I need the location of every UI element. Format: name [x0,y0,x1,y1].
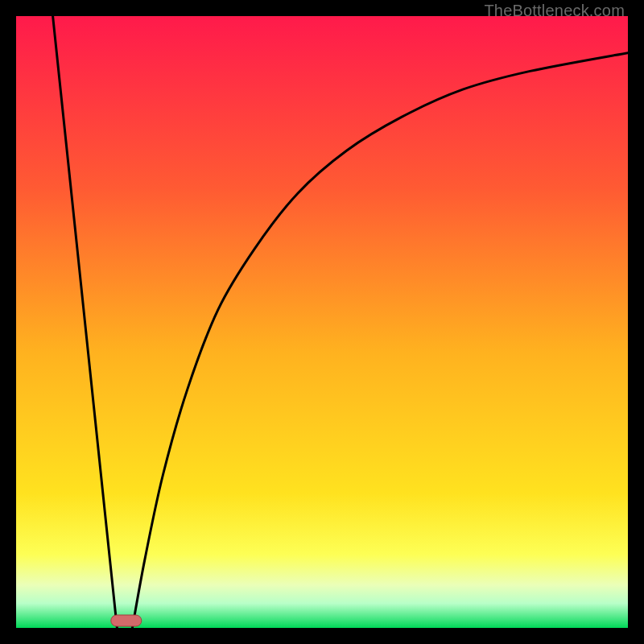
minimum-marker [111,615,142,626]
bottleneck-chart [16,16,628,628]
chart-frame [16,16,628,628]
attribution-text: TheBottleneck.com [484,2,625,20]
